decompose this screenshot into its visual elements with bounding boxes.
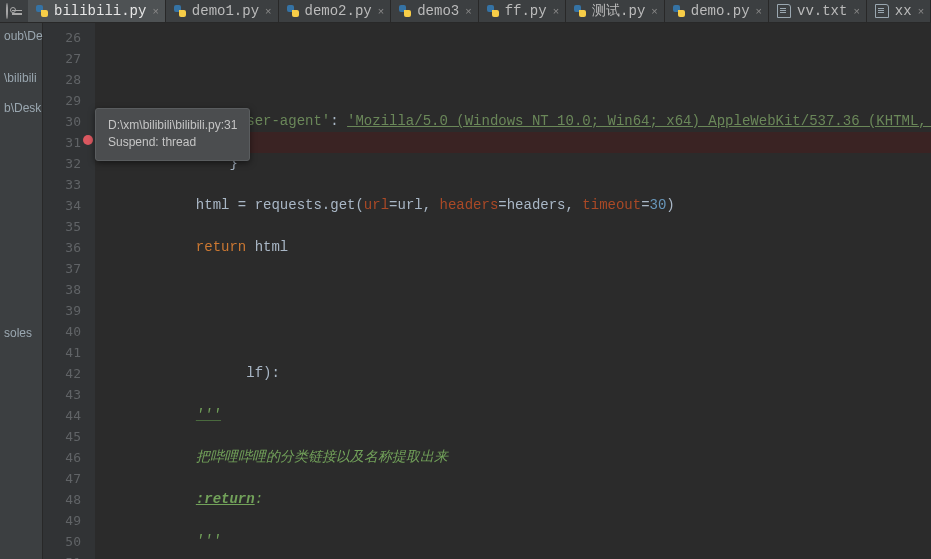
close-icon[interactable]: × bbox=[378, 5, 384, 17]
close-icon[interactable]: × bbox=[853, 5, 859, 17]
breakpoint-icon[interactable] bbox=[83, 135, 93, 145]
line-number: 50 bbox=[43, 531, 81, 552]
python-icon bbox=[487, 5, 499, 17]
tooltip-suspend: Suspend: thread bbox=[108, 134, 237, 151]
close-icon[interactable]: × bbox=[265, 5, 271, 17]
side-label: b\Desk bbox=[4, 101, 41, 115]
python-icon bbox=[287, 5, 299, 17]
close-icon[interactable]: × bbox=[918, 5, 924, 17]
line-number: 31 bbox=[43, 132, 81, 153]
tab-label: bilibili.py bbox=[54, 3, 146, 19]
line-number: 30 bbox=[43, 111, 81, 132]
tab-label: demo3 bbox=[417, 3, 459, 19]
line-number: 38 bbox=[43, 279, 81, 300]
line-number-gutter[interactable]: 26 27 28 29 30 31 32 33 34 35 36 37 38 3… bbox=[43, 23, 81, 559]
line-number: 45 bbox=[43, 426, 81, 447]
side-label: soles bbox=[4, 326, 32, 340]
line-number: 41 bbox=[43, 342, 81, 363]
close-icon[interactable]: × bbox=[152, 5, 158, 17]
line-number: 37 bbox=[43, 258, 81, 279]
tab-demo3[interactable]: demo3× bbox=[391, 0, 478, 22]
breakpoint-gutter[interactable] bbox=[81, 23, 95, 559]
close-icon[interactable]: × bbox=[651, 5, 657, 17]
line-number: 32 bbox=[43, 153, 81, 174]
tab-demo[interactable]: demo.py× bbox=[665, 0, 769, 22]
line-number: 33 bbox=[43, 174, 81, 195]
line-number: 29 bbox=[43, 90, 81, 111]
line-number: 46 bbox=[43, 447, 81, 468]
line-number: 27 bbox=[43, 48, 81, 69]
text-icon bbox=[875, 4, 889, 18]
breakpoint-tooltip: D:\xm\bilibili\bilibili.py:31 Suspend: t… bbox=[95, 108, 250, 161]
line-number: 36 bbox=[43, 237, 81, 258]
close-icon[interactable]: × bbox=[553, 5, 559, 17]
python-icon bbox=[174, 5, 186, 17]
tab-label: demo1.py bbox=[192, 3, 259, 19]
tab-label: demo2.py bbox=[305, 3, 372, 19]
code-editor[interactable]: 'User-agent': 'Mozilla/5.0 (Windows NT 1… bbox=[95, 23, 931, 559]
line-number: 48 bbox=[43, 489, 81, 510]
side-label: \bilibili bbox=[4, 71, 37, 85]
close-icon[interactable]: × bbox=[465, 5, 471, 17]
tab-label: demo.py bbox=[691, 3, 750, 19]
line-number: 26 bbox=[43, 27, 81, 48]
line-number: 34 bbox=[43, 195, 81, 216]
line-number: 44 bbox=[43, 405, 81, 426]
line-number: 35 bbox=[43, 216, 81, 237]
python-icon bbox=[399, 5, 411, 17]
text-icon bbox=[777, 4, 791, 18]
line-number: 49 bbox=[43, 510, 81, 531]
tab-demo1[interactable]: demo1.py× bbox=[166, 0, 279, 22]
tooltip-path: D:\xm\bilibili\bilibili.py:31 bbox=[108, 117, 237, 134]
tab-ff[interactable]: ff.py× bbox=[479, 0, 566, 22]
line-number: 42 bbox=[43, 363, 81, 384]
tab-label: ff.py bbox=[505, 3, 547, 19]
line-number: 43 bbox=[43, 384, 81, 405]
python-icon bbox=[36, 5, 48, 17]
close-icon[interactable]: × bbox=[756, 5, 762, 17]
line-number: 47 bbox=[43, 468, 81, 489]
line-number: 28 bbox=[43, 69, 81, 90]
tab-vv[interactable]: vv.txt× bbox=[769, 0, 867, 22]
side-label: oub\De bbox=[4, 29, 43, 43]
tab-label: vv.txt bbox=[797, 3, 847, 19]
gear-icon[interactable] bbox=[6, 3, 8, 19]
tab-label: xx bbox=[895, 3, 912, 19]
line-number: 40 bbox=[43, 321, 81, 342]
tab-bar: bilibili.py× demo1.py× demo2.py× demo3× … bbox=[0, 0, 931, 23]
line-number: 51 bbox=[43, 552, 81, 559]
python-icon bbox=[574, 5, 586, 17]
tab-test[interactable]: 测试.py× bbox=[566, 0, 665, 22]
line-number: 39 bbox=[43, 300, 81, 321]
tab-bilibili[interactable]: bilibili.py× bbox=[28, 0, 166, 22]
tab-xx[interactable]: xx× bbox=[867, 0, 931, 22]
tab-demo2[interactable]: demo2.py× bbox=[279, 0, 392, 22]
python-icon bbox=[673, 5, 685, 17]
tab-label: 测试.py bbox=[592, 2, 645, 20]
tool-window-bar: oub\De \bilibili b\Desk soles bbox=[0, 23, 43, 559]
